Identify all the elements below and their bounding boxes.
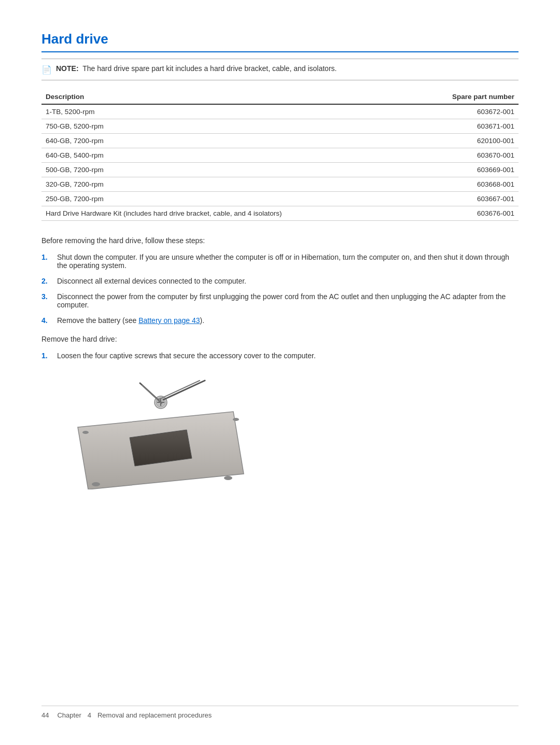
- pre-steps-list: 1.Shut down the computer. If you are uns…: [41, 253, 519, 325]
- step-text: Disconnect the power from the computer b…: [57, 292, 519, 309]
- step-text: Loosen the four captive screws that secu…: [57, 352, 519, 360]
- table-cell-description: 320-GB, 7200-rpm: [41, 177, 412, 192]
- table-cell-description: 640-GB, 7200-rpm: [41, 134, 412, 148]
- table-row: 750-GB, 5200-rpm603671-001: [41, 119, 519, 134]
- step-number: 2.: [41, 277, 51, 285]
- table-cell-description: 250-GB, 7200-rpm: [41, 192, 412, 206]
- remove-steps-list: 1.Loosen the four captive screws that se…: [41, 352, 519, 360]
- svg-point-11: [224, 476, 232, 480]
- table-cell-description: 750-GB, 5200-rpm: [41, 119, 412, 134]
- step-number: 1.: [41, 253, 51, 261]
- table-cell-description: Hard Drive Hardware Kit (includes hard d…: [41, 206, 412, 221]
- svg-line-7: [158, 381, 200, 400]
- step-number: 3.: [41, 292, 51, 301]
- table-cell-spare: 603667-001: [412, 192, 519, 206]
- step-text: Remove the battery (see Battery on page …: [57, 316, 519, 325]
- table-row: 250-GB, 7200-rpm603667-001: [41, 192, 519, 206]
- table-cell-description: 500-GB, 7200-rpm: [41, 163, 412, 177]
- footer-chapter-num: 4: [88, 711, 91, 719]
- list-item: 1.Loosen the four captive screws that se…: [41, 352, 519, 360]
- table-cell-description: 1-TB, 5200-rpm: [41, 104, 412, 119]
- intro-text: Before removing the hard drive, follow t…: [41, 236, 519, 245]
- svg-line-9: [142, 385, 162, 403]
- col-header-spare: Spare part number: [412, 90, 519, 104]
- remove-label: Remove the hard drive:: [41, 335, 519, 343]
- page-title: Hard drive: [41, 31, 519, 52]
- svg-line-6: [163, 381, 205, 400]
- footer-chapter-title: Removal and replacement procedures: [97, 711, 212, 719]
- illustration: [57, 370, 254, 489]
- note-text: NOTE: The hard drive spare part kit incl…: [56, 64, 337, 73]
- table-row: 640-GB, 7200-rpm620100-001: [41, 134, 519, 148]
- table-row: Hard Drive Hardware Kit (includes hard d…: [41, 206, 519, 221]
- list-item: 4.Remove the battery (see Battery on pag…: [41, 316, 519, 325]
- note-content: The hard drive spare part kit includes a…: [82, 64, 337, 73]
- list-item: 3.Disconnect the power from the computer…: [41, 292, 519, 309]
- step-text: Disconnect all external devices connecte…: [57, 277, 519, 285]
- footer-chapter-label: Chapter: [57, 711, 81, 719]
- svg-point-13: [233, 418, 239, 421]
- list-item: 2.Disconnect all external devices connec…: [41, 277, 519, 285]
- table-cell-spare: 603668-001: [412, 177, 519, 192]
- table-cell-spare: 603670-001: [412, 148, 519, 163]
- note-label: NOTE:: [56, 64, 79, 73]
- table-cell-spare: 620100-001: [412, 134, 519, 148]
- table-row: 500-GB, 7200-rpm603669-001: [41, 163, 519, 177]
- table-cell-spare: 603676-001: [412, 206, 519, 221]
- col-header-description: Description: [41, 90, 412, 104]
- step-number: 4.: [41, 316, 51, 325]
- battery-link[interactable]: Battery on page 43: [138, 316, 200, 325]
- table-row: 1-TB, 5200-rpm603672-001: [41, 104, 519, 119]
- footer-page-num: 44: [41, 711, 49, 719]
- note-icon: 📄: [41, 65, 52, 75]
- svg-point-10: [92, 482, 100, 486]
- table-cell-spare: 603671-001: [412, 119, 519, 134]
- note-box: 📄 NOTE: The hard drive spare part kit in…: [41, 59, 519, 80]
- table-cell-spare: 603669-001: [412, 163, 519, 177]
- step-text: Shut down the computer. If you are unsur…: [57, 253, 519, 270]
- table-cell-description: 640-GB, 5400-rpm: [41, 148, 412, 163]
- footer: 44 Chapter 4 Removal and replacement pro…: [41, 706, 519, 719]
- table-row: 320-GB, 7200-rpm603668-001: [41, 177, 519, 192]
- table-cell-spare: 603672-001: [412, 104, 519, 119]
- table-row: 640-GB, 5400-rpm603670-001: [41, 148, 519, 163]
- svg-point-12: [82, 431, 89, 434]
- step-number: 1.: [41, 352, 51, 360]
- parts-table: Description Spare part number 1-TB, 5200…: [41, 90, 519, 221]
- list-item: 1.Shut down the computer. If you are uns…: [41, 253, 519, 270]
